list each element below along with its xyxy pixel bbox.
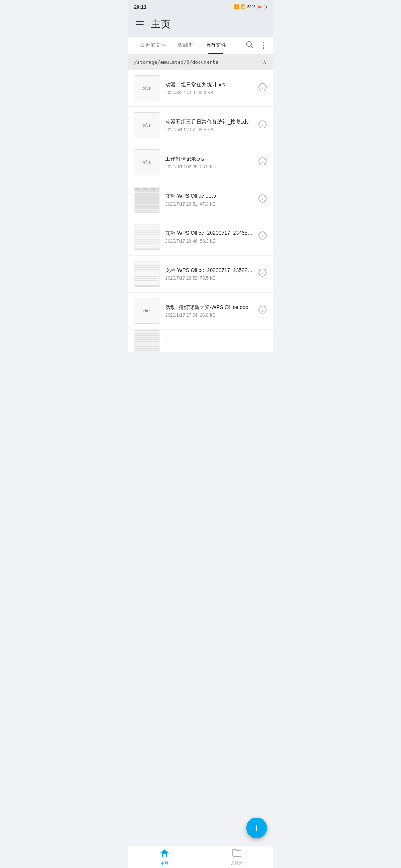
file-meta: 2020/7/17 23:52 73.5 KB: [165, 276, 253, 281]
file-info: 文档-WPS Office.docx 2020/7/17 23:51 47.3 …: [165, 193, 253, 207]
file-info-button[interactable]: i: [258, 120, 267, 131]
header: 主页: [128, 13, 273, 37]
file-thumbnail: [134, 330, 160, 352]
search-button[interactable]: [245, 40, 254, 50]
file-meta: 2020/3/2 17:59 69.0 KB: [165, 90, 253, 95]
file-thumbnail: xls: [134, 112, 160, 138]
file-thumbnail: [134, 261, 160, 287]
file-info-button[interactable]: i: [258, 231, 267, 242]
current-path: /storage/emulated/0/documents: [134, 59, 218, 65]
list-item[interactable]: xls 动漫二组日常任务统计.xls 2020/3/2 17:59 69.0 K…: [128, 70, 273, 106]
file-meta: 2020/7/17 23:51 47.3 KB: [165, 201, 253, 207]
svg-text:i: i: [262, 307, 263, 313]
file-name: 文档-WPS Office_20200717_235226.pdf: [165, 267, 253, 274]
svg-text:i: i: [262, 159, 263, 164]
file-name: 文档-WPS Office_20200717_234656.docx: [165, 230, 253, 237]
status-icons: 📶 📶 52%: [234, 4, 267, 9]
svg-text:i: i: [262, 196, 263, 201]
file-meta: 2020/1/17 17:04 16.0 KB: [165, 313, 253, 318]
list-item[interactable]: xls 动漫五组三月日常任务统计_恢复.xls 2020/5/1 02:07 6…: [128, 107, 273, 144]
svg-text:i: i: [262, 270, 263, 276]
file-name: ...: [165, 337, 267, 343]
file-name: 动漫二组日常任务统计.xls: [165, 82, 253, 88]
tab-all-files[interactable]: 所有文件: [199, 37, 232, 54]
file-thumbnail: doc: [134, 298, 160, 324]
list-item[interactable]: xls 工作打卡记录.xls 2020/3/10 02:38 23.0 KB i: [128, 144, 273, 181]
file-list-container: xls 动漫二组日常任务统计.xls 2020/3/2 17:59 69.0 K…: [128, 70, 273, 375]
file-info-button[interactable]: i: [258, 268, 267, 279]
file-info-button[interactable]: i: [258, 305, 267, 316]
list-item[interactable]: 文档-WPS Office.docx 2020/7/17 23:51 47.3 …: [128, 181, 273, 218]
file-name: 动漫五组三月日常任务统计_恢复.xls: [165, 119, 253, 125]
file-info-button[interactable]: i: [258, 83, 267, 94]
list-item[interactable]: 文档-WPS Office_20200717_234656.docx 2020/…: [128, 218, 273, 255]
file-info: 工作打卡记录.xls 2020/3/10 02:38 23.0 KB: [165, 156, 253, 170]
file-thumbnail: [134, 187, 160, 213]
tab-favorites[interactable]: 收藏夹: [172, 37, 199, 54]
file-list: xls 动漫二组日常任务统计.xls 2020/3/2 17:59 69.0 K…: [128, 70, 273, 352]
file-info: 活动1猜灯谜赢大奖-WPS Office.doc 2020/1/17 17:04…: [165, 304, 253, 318]
more-options-button[interactable]: ⋮: [260, 41, 267, 50]
list-item[interactable]: 文档-WPS Office_20200717_235226.pdf 2020/7…: [128, 256, 273, 292]
tabs-bar: 最近的文件 收藏夹 所有文件 ⋮: [128, 37, 273, 54]
file-info-button[interactable]: i: [258, 157, 267, 168]
file-info: 文档-WPS Office_20200717_234656.docx 2020/…: [165, 230, 253, 244]
file-name: 工作打卡记录.xls: [165, 156, 253, 162]
battery-icon: [257, 5, 267, 9]
svg-text:i: i: [262, 233, 263, 239]
svg-text:i: i: [262, 85, 263, 90]
list-item[interactable]: ...: [128, 330, 273, 352]
list-item[interactable]: doc 活动1猜灯谜赢大奖-WPS Office.doc 2020/1/17 1…: [128, 293, 273, 329]
status-time: 20:11: [134, 4, 146, 10]
battery-percent: 52%: [247, 4, 255, 9]
status-bar: 20:11 📶 📶 52%: [128, 0, 273, 13]
page-title: 主页: [151, 18, 170, 31]
file-meta: 2020/7/17 23:46 53.3 KB: [165, 239, 253, 244]
signal-icon: 📶: [234, 4, 239, 9]
path-bar: /storage/emulated/0/documents ∧: [128, 54, 273, 70]
tab-list: 最近的文件 收藏夹 所有文件: [134, 37, 245, 54]
tab-recent-files[interactable]: 最近的文件: [134, 37, 172, 54]
file-info: ...: [165, 337, 267, 345]
file-thumbnail: [134, 224, 160, 250]
file-name: 文档-WPS Office.docx: [165, 193, 253, 200]
tab-actions: ⋮: [245, 40, 267, 50]
file-thumbnail: xls: [134, 75, 160, 101]
file-thumbnail: xls: [134, 149, 160, 175]
file-name: 活动1猜灯谜赢大奖-WPS Office.doc: [165, 304, 253, 311]
file-meta: 2020/3/10 02:38 23.0 KB: [165, 164, 253, 170]
file-info: 动漫五组三月日常任务统计_恢复.xls 2020/5/1 02:07 68.5 …: [165, 119, 253, 132]
file-info: 文档-WPS Office_20200717_235226.pdf 2020/7…: [165, 267, 253, 281]
svg-text:i: i: [262, 122, 263, 127]
menu-button[interactable]: [136, 21, 144, 28]
file-info: 动漫二组日常任务统计.xls 2020/3/2 17:59 69.0 KB: [165, 82, 253, 95]
file-meta: 2020/5/1 02:07 68.5 KB: [165, 127, 253, 132]
file-info-button[interactable]: i: [258, 194, 267, 205]
wifi-icon: 📶: [241, 4, 246, 9]
collapse-button[interactable]: ∧: [263, 59, 267, 66]
svg-line-1: [251, 46, 253, 48]
